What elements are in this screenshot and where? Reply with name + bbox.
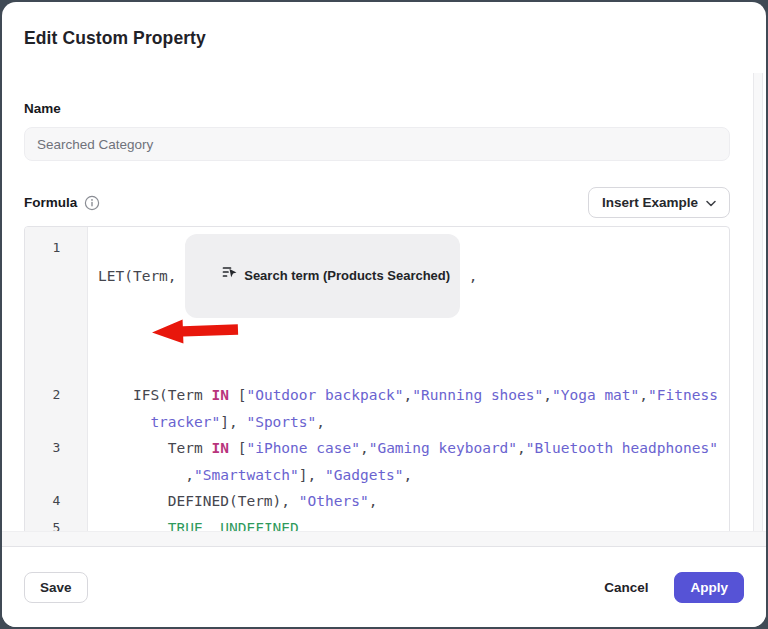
code-line-text[interactable]: Term IN ["iPhone case","Gaming keyboard"… [88, 435, 729, 488]
property-chip[interactable]: Search term (Products Searched) [185, 234, 460, 318]
line-number: 1 [25, 235, 88, 382]
vertical-scrollbar[interactable] [753, 73, 763, 531]
code-segment: "Smartwatch" [194, 467, 299, 483]
code-segment: LET(Term, [98, 268, 185, 284]
insert-example-button[interactable]: Insert Example [588, 187, 730, 218]
code-segment: IN [212, 440, 229, 456]
line-number: 4 [25, 488, 88, 515]
property-cursor-icon [193, 236, 238, 316]
code-segment: ], [220, 414, 246, 430]
formula-label: Formula [24, 195, 77, 210]
code-segment: , [460, 268, 477, 284]
code-segment: , [517, 440, 526, 456]
insert-example-label: Insert Example [602, 195, 698, 210]
code-segment: "Others" [299, 493, 369, 509]
footer-right-actions: Cancel Apply [604, 572, 744, 603]
code-segment: , [543, 387, 552, 403]
code-segment: [ [229, 387, 246, 403]
code-segment: "Yoga mat" [552, 387, 639, 403]
code-segment: "iPhone case" [246, 440, 360, 456]
save-button[interactable]: Save [24, 572, 88, 603]
code-segment: , [404, 387, 413, 403]
code-segment: "Sports" [246, 414, 316, 430]
apply-button[interactable]: Apply [674, 572, 744, 603]
code-line-text[interactable]: DEFINED(Term), "Others", [88, 488, 729, 515]
code-line-row: 3 Term IN ["iPhone case","Gaming keyboar… [25, 435, 729, 488]
code-segment: , [639, 387, 648, 403]
formula-label-wrap: Formula [24, 195, 100, 211]
horizontal-scrollbar[interactable] [2, 531, 766, 546]
code-segment: ], [299, 467, 325, 483]
info-circle-icon[interactable] [84, 195, 100, 211]
code-segment: "Outdoor backpack" [246, 387, 403, 403]
name-input[interactable] [24, 127, 730, 161]
code-segment: , [360, 440, 369, 456]
code-segment: [ [229, 440, 246, 456]
code-segment: "Running shoes" [412, 387, 543, 403]
code-segment: "Bluetooth headphones" [526, 440, 718, 456]
formula-header-row: Formula Insert Example [24, 187, 730, 218]
property-chip-label: Search term (Products Searched) [244, 263, 450, 290]
code-line-row: 4 DEFINED(Term), "Others", [25, 488, 729, 515]
code-segment: , [98, 467, 194, 483]
code-segment: "Gadgets" [325, 467, 404, 483]
dialog-footer: Save Cancel Apply [2, 546, 766, 627]
chevron-down-icon [706, 195, 716, 210]
code-segment: , [404, 467, 413, 483]
code-segment: IN [212, 387, 229, 403]
code-segment: DEFINED(Term), [98, 493, 299, 509]
code-segment: , [316, 414, 325, 430]
edit-custom-property-dialog: Edit Custom Property Name Formula Insert… [2, 2, 766, 627]
code-segment: , [369, 493, 378, 509]
code-line-row: 2 IFS(Term IN ["Outdoor backpack","Runni… [25, 382, 729, 435]
cancel-button[interactable]: Cancel [604, 580, 648, 595]
name-label: Name [24, 101, 730, 116]
page-title: Edit Custom Property [24, 28, 730, 49]
code-segment: Term [98, 440, 212, 456]
code-line-row: 1LET(Term, Search term (Products Searche… [25, 235, 729, 382]
annotation-arrow-icon [98, 332, 240, 375]
code-line-text[interactable]: IFS(Term IN ["Outdoor backpack","Running… [88, 382, 729, 435]
code-segment: IFS(Term [98, 387, 212, 403]
line-number: 2 [25, 382, 88, 435]
code-segment: "Gaming keyboard" [369, 440, 517, 456]
code-line-text[interactable]: LET(Term, Search term (Products Searched… [88, 235, 729, 382]
line-number: 3 [25, 435, 88, 488]
